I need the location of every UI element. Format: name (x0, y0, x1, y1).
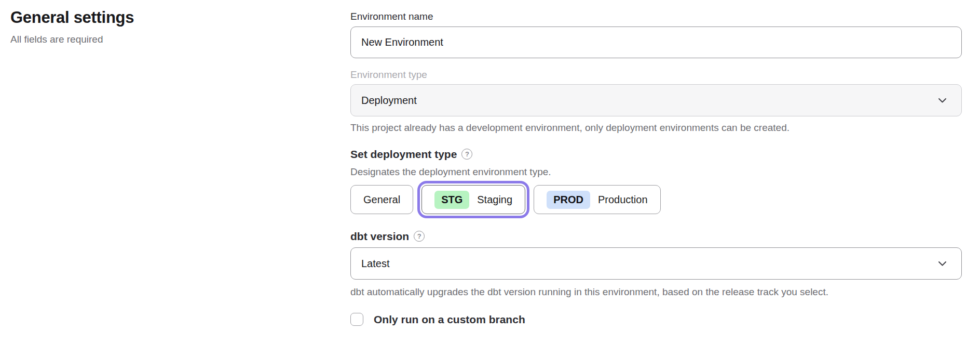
deployment-type-heading: Set deployment type ? (350, 148, 962, 160)
chevron-down-icon (938, 98, 947, 103)
chevron-down-icon (938, 261, 947, 267)
production-button-label: Production (598, 194, 648, 206)
dbt-version-heading: dbt version ? (350, 230, 962, 242)
environment-type-value: Deployment (361, 95, 417, 107)
staging-badge: STG (434, 191, 469, 209)
environment-form: Environment name Environment type Deploy… (350, 0, 962, 326)
staging-button-label: Staging (477, 194, 512, 206)
environment-type-helper: This project already has a development e… (350, 122, 962, 134)
deployment-type-description: Designates the deployment environment ty… (350, 166, 962, 178)
deployment-type-options: General STG Staging PROD Production (350, 184, 962, 215)
help-icon[interactable]: ? (461, 149, 472, 160)
custom-branch-row: Only run on a custom branch (350, 313, 962, 326)
dbt-version-value: Latest (361, 258, 389, 270)
settings-intro: General settings All fields are required (10, 8, 280, 45)
environment-name-label: Environment name (350, 10, 962, 22)
environment-type-label: Environment type (350, 69, 962, 81)
general-button-label: General (363, 194, 400, 206)
help-icon[interactable]: ? (414, 231, 425, 242)
environment-settings-page: General settings All fields are required… (0, 0, 980, 343)
dbt-version-heading-text: dbt version (350, 230, 409, 242)
deployment-type-production-button[interactable]: PROD Production (534, 185, 660, 214)
deployment-type-staging-button[interactable]: STG Staging (421, 185, 525, 214)
deployment-type-general-button[interactable]: General (350, 185, 413, 214)
custom-branch-label[interactable]: Only run on a custom branch (374, 313, 525, 326)
custom-branch-checkbox[interactable] (350, 313, 363, 326)
environment-type-select: Deployment (350, 84, 962, 116)
dbt-version-helper: dbt automatically upgrades the dbt versi… (350, 286, 962, 298)
page-subtitle: All fields are required (10, 34, 280, 45)
page-title: General settings (10, 8, 280, 27)
dbt-version-select[interactable]: Latest (350, 247, 962, 280)
deployment-type-heading-text: Set deployment type (350, 148, 457, 160)
production-badge: PROD (547, 191, 590, 209)
environment-name-input[interactable] (350, 27, 962, 58)
